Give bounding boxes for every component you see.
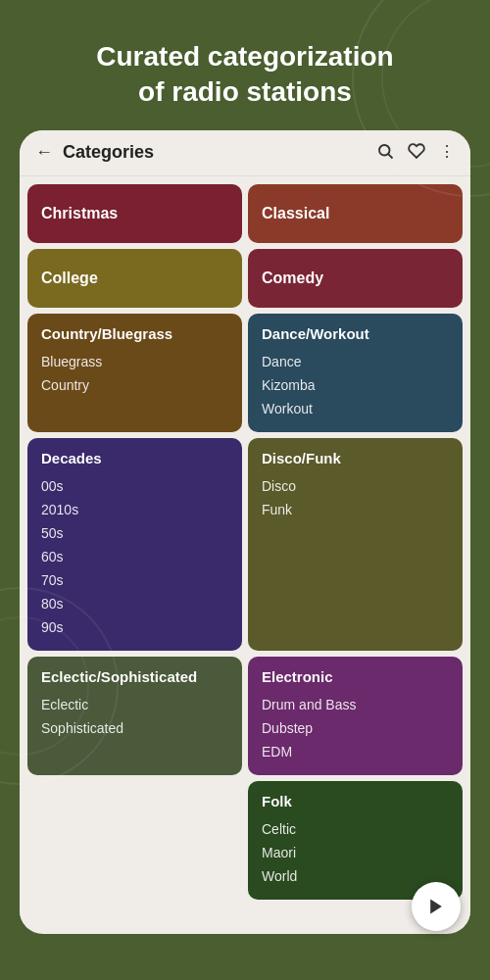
svg-marker-6	[430, 900, 442, 914]
list-item[interactable]: Eclectic	[41, 693, 228, 716]
list-item[interactable]: Kizomba	[262, 373, 449, 397]
category-eclectic[interactable]: Eclectic/Sophisticated Eclectic Sophisti…	[27, 657, 242, 775]
list-item[interactable]: Workout	[262, 397, 449, 420]
scroll-area[interactable]: Christmas Classical College Comedy Count…	[20, 176, 470, 929]
list-item[interactable]: 60s	[41, 545, 228, 568]
more-icon[interactable]: ⋮	[439, 142, 455, 164]
category-country[interactable]: Country/Bluegrass Bluegrass Country	[27, 314, 242, 432]
category-decades[interactable]: Decades 00s 2010s 50s 60s 70s 80s 90s	[27, 438, 242, 651]
list-item[interactable]: Celtic	[262, 817, 449, 841]
list-item[interactable]: 80s	[41, 592, 228, 615]
list-item[interactable]: Dubstep	[262, 716, 449, 740]
list-item[interactable]: Disco	[262, 474, 449, 498]
list-item[interactable]: 50s	[41, 521, 228, 545]
phone-nav: ← Categories ⋮	[20, 130, 470, 176]
category-college[interactable]: College	[27, 249, 242, 308]
category-christmas[interactable]: Christmas	[27, 184, 242, 243]
header-section: Curated categorization of radio stations	[0, 0, 490, 130]
phone-container: ← Categories ⋮ Christmas Clas	[20, 130, 470, 934]
list-item[interactable]: Drum and Bass	[262, 693, 449, 716]
list-item[interactable]: Country	[41, 373, 228, 397]
category-comedy[interactable]: Comedy	[248, 249, 463, 308]
heart-icon[interactable]	[408, 142, 425, 164]
header-title: Curated categorization of radio stations	[20, 39, 470, 111]
nav-icons: ⋮	[376, 142, 455, 164]
play-fab[interactable]	[412, 882, 461, 931]
list-item[interactable]: 70s	[41, 568, 228, 592]
list-item[interactable]: 2010s	[41, 498, 228, 521]
nav-title: Categories	[63, 142, 376, 163]
search-icon[interactable]	[376, 142, 394, 164]
list-item[interactable]: Bluegrass	[41, 350, 228, 373]
category-electronic[interactable]: Electronic Drum and Bass Dubstep EDM	[248, 657, 463, 775]
list-item[interactable]: World	[262, 864, 449, 888]
list-item[interactable]: Funk	[262, 498, 449, 521]
svg-line-5	[388, 154, 392, 158]
back-button[interactable]: ←	[35, 142, 53, 163]
categories-grid: Christmas Classical College Comedy Count…	[27, 184, 463, 900]
list-item[interactable]: 00s	[41, 474, 228, 498]
list-item[interactable]: Maori	[262, 841, 449, 864]
category-disco[interactable]: Disco/Funk Disco Funk	[248, 438, 463, 651]
list-item[interactable]: EDM	[262, 740, 449, 763]
svg-point-4	[379, 145, 390, 156]
list-item[interactable]: 90s	[41, 615, 228, 639]
category-classical[interactable]: Classical	[248, 184, 463, 243]
list-item[interactable]: Dance	[262, 350, 449, 373]
list-item[interactable]: Sophisticated	[41, 716, 228, 740]
category-dance[interactable]: Dance/Workout Dance Kizomba Workout	[248, 314, 463, 432]
